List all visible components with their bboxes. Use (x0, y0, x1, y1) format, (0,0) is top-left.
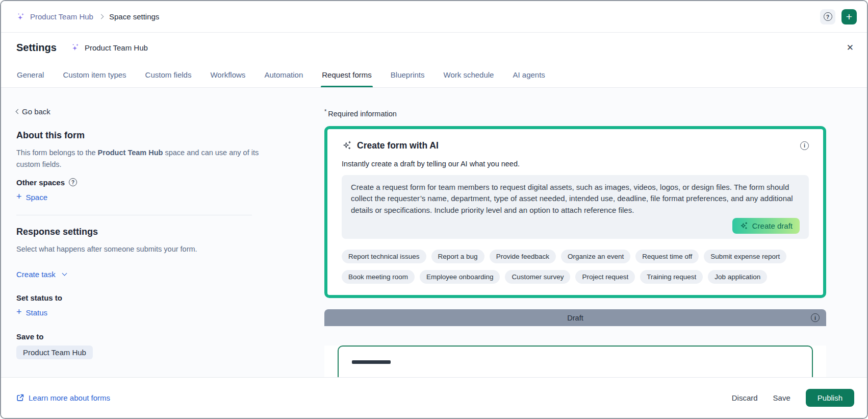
breadcrumb-separator-icon (99, 14, 104, 19)
settings-space: Product Team Hub (71, 43, 148, 52)
add-status-button[interactable]: +Status (16, 308, 47, 317)
ai-prompt-text: Create a request form for team members t… (351, 182, 800, 216)
content-area: Go back About this form This form belong… (1, 88, 867, 377)
ai-sparkle-icon (739, 221, 748, 230)
top-bar: Product Team Hub Space settings ? + (1, 1, 867, 33)
suggestion-chip-organize-an-event[interactable]: Organize an event (561, 250, 630, 263)
suggestion-chips-row-1: Report technical issuesReport a bugProvi… (342, 250, 809, 263)
info-icon[interactable]: i (811, 313, 820, 322)
external-link-icon (16, 394, 24, 402)
about-form-heading: About this form (16, 130, 271, 141)
tab-automation[interactable]: Automation (264, 62, 303, 87)
tab-request-forms[interactable]: Request forms (322, 62, 372, 87)
go-back-button[interactable]: Go back (16, 107, 271, 116)
help-circle-icon[interactable]: ? (69, 178, 77, 186)
create-draft-button[interactable]: Create draft (732, 218, 800, 234)
suggestion-chip-customer-survey[interactable]: Customer survey (505, 270, 570, 284)
draft-label: Draft (567, 314, 583, 322)
suggestion-chip-provide-feedback[interactable]: Provide feedback (490, 250, 556, 263)
breadcrumb-page-label: Space settings (109, 12, 159, 21)
ai-card-header: Create form with AI i (342, 140, 809, 151)
breadcrumb-space-label: Product Team Hub (30, 12, 93, 21)
ai-sparkle-icon (342, 140, 352, 151)
required-information-note: *Required information (324, 108, 826, 118)
space-settings-window: Product Team Hub Space settings ? + Sett… (0, 0, 868, 419)
tab-custom-item-types[interactable]: Custom item types (63, 62, 126, 87)
about-form-description: This form belongs to the Product Team Hu… (16, 147, 271, 171)
sidebar-divider (16, 215, 252, 215)
tab-ai-agents[interactable]: AI agents (513, 62, 545, 87)
space-sparkle-icon (71, 43, 80, 52)
tab-work-schedule[interactable]: Work schedule (444, 62, 494, 87)
footer-actions: Discard Save Publish (732, 389, 854, 407)
add-button[interactable]: + (841, 9, 857, 24)
draft-header-bar: Draft i (324, 309, 826, 326)
chevron-down-icon (62, 271, 67, 276)
create-form-with-ai-card: Create form with AI i Instantly create a… (324, 126, 826, 299)
chevron-left-icon (16, 109, 21, 114)
suggestion-chip-job-application[interactable]: Job application (708, 270, 767, 284)
suggestion-chip-report-a-bug[interactable]: Report a bug (431, 250, 484, 263)
ai-card-title: Create form with AI (342, 140, 439, 151)
settings-header: Settings Product Team Hub ✕ (1, 33, 867, 62)
plus-icon: + (16, 192, 22, 201)
add-space-button[interactable]: +Space (16, 193, 47, 202)
draft-form-field[interactable] (338, 346, 813, 377)
ai-prompt-input[interactable]: Create a request form for team members t… (342, 175, 809, 239)
save-button[interactable]: Save (773, 393, 790, 402)
response-settings-heading: Response settings (16, 227, 271, 237)
help-button[interactable]: ? (820, 9, 835, 24)
prompt-actions: Create draft (351, 218, 800, 234)
learn-more-link[interactable]: Learn more about forms (16, 393, 110, 402)
suggestion-chip-training-request[interactable]: Training request (640, 270, 703, 284)
response-settings-description: Select what happens after someone submit… (16, 243, 271, 255)
draft-preview-panel: Draft i (324, 309, 826, 377)
plus-icon: + (16, 307, 22, 316)
ai-card-subtitle: Instantly create a draft by telling our … (342, 160, 809, 168)
tab-custom-fields[interactable]: Custom fields (145, 62, 192, 87)
draft-body (324, 346, 826, 377)
tab-blueprints[interactable]: Blueprints (391, 62, 425, 87)
publish-button[interactable]: Publish (806, 389, 854, 407)
info-icon[interactable]: i (800, 141, 809, 150)
other-spaces-heading: Other spaces ? (16, 178, 271, 187)
save-to-space-chip[interactable]: Product Team Hub (16, 346, 93, 359)
tab-general[interactable]: General (17, 62, 44, 87)
suggestion-chip-submit-expense-report[interactable]: Submit expense report (704, 250, 786, 263)
save-to-heading: Save to (16, 332, 271, 341)
suggestion-chips-row-2: Book meeting roomEmployee onboardingCust… (342, 270, 809, 284)
page-title: Settings (16, 42, 57, 54)
breadcrumb-space-link[interactable]: Product Team Hub (16, 12, 93, 21)
draft-form-partial-heading (352, 360, 391, 364)
tab-workflows[interactable]: Workflows (210, 62, 245, 87)
close-icon[interactable]: ✕ (847, 43, 854, 52)
breadcrumb: Product Team Hub Space settings (16, 12, 159, 21)
space-sparkle-icon (16, 12, 25, 21)
suggestion-chip-employee-onboarding[interactable]: Employee onboarding (420, 270, 500, 284)
suggestion-chip-project-request[interactable]: Project request (575, 270, 635, 284)
question-icon: ? (824, 12, 832, 21)
discard-button[interactable]: Discard (732, 393, 758, 402)
suggestion-chip-book-meeting-room[interactable]: Book meeting room (342, 270, 415, 284)
form-settings-sidebar: Go back About this form This form belong… (16, 88, 271, 359)
settings-space-name: Product Team Hub (85, 43, 148, 52)
form-editor-main: *Required information Create form with A… (324, 88, 826, 377)
settings-tabbar: GeneralCustom item typesCustom fieldsWor… (1, 62, 867, 88)
create-task-dropdown[interactable]: Create task (16, 270, 66, 279)
suggestion-chip-report-technical-issues[interactable]: Report technical issues (342, 250, 426, 263)
topbar-actions: ? + (820, 9, 857, 24)
set-status-heading: Set status to (16, 293, 271, 302)
footer-bar: Learn more about forms Discard Save Publ… (1, 377, 867, 418)
suggestion-chip-request-time-off[interactable]: Request time off (635, 250, 699, 263)
